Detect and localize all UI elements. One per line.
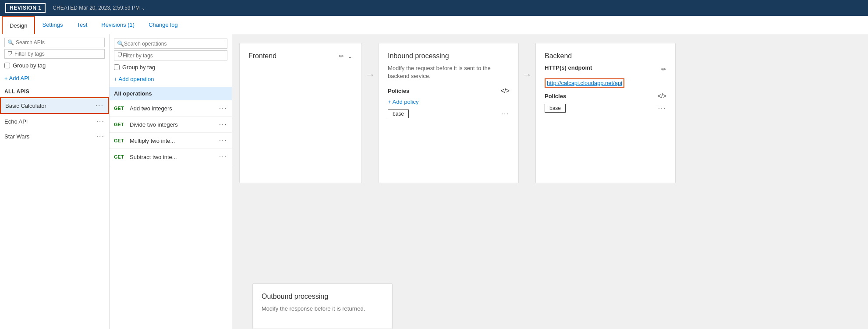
group-by-tag-checkbox[interactable] (4, 63, 10, 68)
collapse-icon[interactable]: ⌄ (347, 53, 353, 60)
revision-badge: REVISION 1 (5, 3, 46, 13)
policies-label: Policies (388, 88, 409, 94)
add-policy-label: + Add policy (388, 99, 418, 105)
backend-edit-icon[interactable]: ✏ (661, 66, 666, 73)
api-name: Basic Calculator (5, 103, 96, 109)
frontend-card: Frontend ✏ ⌄ (239, 43, 362, 183)
backend-base-row: base ··· (545, 104, 666, 113)
filter-ops-input[interactable] (123, 53, 224, 59)
arrow-right-icon-2: → (519, 69, 535, 81)
inbound-title: Inbound processing (388, 52, 510, 60)
backend-base-tag[interactable]: base (545, 104, 566, 113)
backend-base-dots[interactable]: ··· (658, 104, 666, 112)
ops-group-by[interactable]: Group by tag (110, 63, 232, 73)
add-api-button[interactable]: + Add API (0, 72, 109, 86)
sidebar-item-star-wars[interactable]: Star Wars ··· (0, 129, 109, 144)
content-area: Frontend ✏ ⌄ → Inbound processing Modify… (232, 34, 868, 329)
http-endpoint-row: HTTP(s) endpoint ✏ (545, 64, 666, 74)
base-tag[interactable]: base (388, 110, 409, 118)
sidebar-search-area: 🔍 ⛉ (0, 34, 109, 60)
add-policy-button[interactable]: + Add policy (388, 99, 510, 105)
arrow-connector-2: → (519, 43, 535, 81)
operation-item-add[interactable]: GET Add two integers ··· (110, 100, 232, 117)
ops-group-by-checkbox[interactable] (114, 64, 120, 70)
ops-group-by-label: Group by tag (122, 64, 155, 71)
top-bar: REVISION 1 CREATED Mar 20, 2023, 2:59:59… (0, 0, 868, 16)
tab-revisions[interactable]: Revisions (1) (94, 16, 142, 34)
op-menu-dots[interactable]: ··· (219, 120, 227, 128)
filter-by-tags-input[interactable] (14, 51, 102, 57)
ops-search-wrap: 🔍 (114, 39, 227, 49)
outbound-description: Modify the response before it is returne… (262, 305, 383, 313)
inbound-base-dots[interactable]: ··· (501, 110, 510, 118)
outbound-title: Outbound processing (262, 293, 383, 301)
sidebar-section-title: All APIs (0, 86, 109, 97)
search-apis-input[interactable] (16, 39, 102, 46)
left-sidebar: 🔍 ⛉ Group by tag + Add API All APIs Basi… (0, 34, 110, 329)
add-operation-label: + Add operation (114, 76, 154, 82)
backend-policies-label: Policies (545, 93, 566, 99)
arrow-right-icon: → (362, 69, 379, 81)
add-api-label: + Add API (4, 75, 29, 81)
add-operation-button[interactable]: + Add operation (110, 73, 232, 87)
method-badge-get: GET (114, 106, 130, 111)
api-name: Echo API (4, 118, 96, 125)
api-name: Star Wars (4, 133, 96, 140)
sidebar-group-by[interactable]: Group by tag (0, 60, 109, 72)
tab-design[interactable]: Design (2, 16, 35, 34)
chevron-down-icon[interactable]: ⌄ (142, 6, 145, 11)
operation-item-divide[interactable]: GET Divide two integers ··· (110, 117, 232, 133)
created-label: CREATED Mar 20, 2023, 2:59:59 PM (53, 5, 140, 11)
tab-settings[interactable]: Settings (35, 16, 70, 34)
ops-filter-wrap: ⛉ (114, 50, 227, 60)
code-editor-icon[interactable]: </> (501, 87, 510, 94)
all-operations-item[interactable]: All operations (110, 87, 232, 100)
op-name: Multiply two inte... (130, 138, 219, 144)
endpoint-url[interactable]: http://calcapi.cloudapp.net/api (545, 78, 624, 88)
op-menu-dots[interactable]: ··· (219, 137, 227, 145)
sidebar-item-echo-api[interactable]: Echo API ··· (0, 114, 109, 129)
op-menu-dots[interactable]: ··· (219, 153, 227, 161)
backend-card: Backend HTTP(s) endpoint ✏ http://calcap… (535, 43, 676, 183)
tabs-bar: Design Settings Test Revisions (1) Chang… (0, 16, 868, 34)
endpoint-url-row: http://calcapi.cloudapp.net/api (545, 80, 666, 86)
tab-test[interactable]: Test (70, 16, 94, 34)
outbound-processing-card: Outbound processing Modify the response … (252, 283, 393, 329)
method-badge-get: GET (114, 138, 130, 143)
operation-item-multiply[interactable]: GET Multiply two inte... ··· (110, 133, 232, 149)
tab-changelog[interactable]: Change log (142, 16, 185, 34)
ops-search-area: 🔍 ⛉ (110, 34, 232, 63)
method-badge-get: GET (114, 122, 130, 127)
op-name: Divide two integers (130, 121, 219, 128)
backend-code-icon[interactable]: </> (658, 92, 666, 99)
op-menu-dots[interactable]: ··· (219, 104, 227, 112)
ops-search-icon: 🔍 (117, 40, 124, 47)
backend-policies-row: Policies </> (545, 92, 666, 99)
method-badge-get: GET (114, 154, 130, 159)
edit-icon[interactable]: ✏ (339, 53, 344, 60)
group-by-tag-label: Group by tag (13, 62, 46, 69)
sidebar-item-basic-calculator[interactable]: Basic Calculator ··· (0, 97, 109, 114)
sidebar-search-wrap: 🔍 (4, 38, 105, 47)
op-name: Subtract two inte... (130, 154, 219, 160)
revision-info: CREATED Mar 20, 2023, 2:59:59 PM ⌄ (53, 5, 145, 11)
filter-icon: ⛉ (7, 51, 13, 57)
all-operations-label: All operations (114, 90, 152, 97)
api-menu-dots[interactable]: ··· (96, 102, 104, 110)
http-endpoint-label: HTTP(s) endpoint (545, 64, 592, 71)
inbound-base-row: base ··· (388, 110, 510, 118)
inbound-policies-row: Policies </> (388, 87, 510, 94)
sidebar-filter-wrap: ⛉ (4, 49, 105, 59)
op-name: Add two integers (130, 105, 219, 112)
backend-title: Backend (545, 52, 666, 60)
frontend-title: Frontend ✏ ⌄ (248, 52, 353, 60)
api-menu-dots[interactable]: ··· (96, 117, 105, 125)
operations-panel: 🔍 ⛉ Group by tag + Add operation All ope… (110, 34, 232, 329)
api-menu-dots[interactable]: ··· (96, 132, 105, 140)
ops-filter-icon: ⛉ (117, 52, 123, 59)
search-operations-input[interactable] (124, 41, 224, 47)
search-icon: 🔍 (7, 39, 14, 46)
operation-item-subtract[interactable]: GET Subtract two inte... ··· (110, 149, 232, 165)
main-layout: 🔍 ⛉ Group by tag + Add API All APIs Basi… (0, 34, 868, 329)
frontend-title-icons: ✏ ⌄ (339, 53, 353, 60)
